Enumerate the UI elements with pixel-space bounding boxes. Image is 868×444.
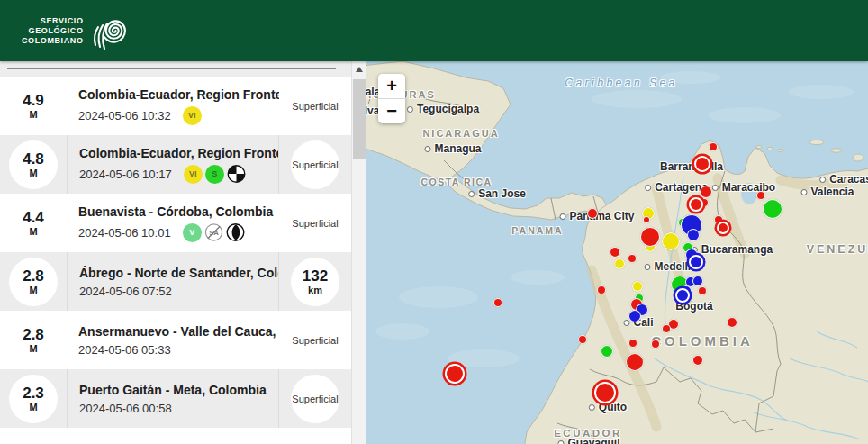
- quake-dot-red[interactable]: [610, 247, 620, 258]
- list-scrollbar[interactable]: [351, 61, 366, 444]
- quake-subline: 2024-05-06 10:32VI: [78, 106, 279, 125]
- depth-cell: Superficial: [279, 375, 351, 423]
- quake-row-partial[interactable]: [0, 428, 351, 444]
- magnitude-value: 4.9: [23, 93, 44, 109]
- depth-cell: 132km: [279, 258, 351, 306]
- quake-dot-blue-ring[interactable]: [675, 288, 690, 303]
- magnitude-circle: 2.3M: [9, 375, 58, 423]
- quake-dot-blue[interactable]: [687, 229, 700, 241]
- quake-dot-red[interactable]: [727, 317, 737, 328]
- quake-row[interactable]: 4.4MBuenavista - Córdoba, Colombia2024-0…: [0, 194, 351, 252]
- quake-dot-red[interactable]: [626, 353, 644, 371]
- quake-datetime: 2024-05-06 05:33: [78, 343, 171, 357]
- quake-subline: 2024-05-06 00:58: [79, 402, 278, 415]
- scrollbar-up-button[interactable]: [352, 61, 366, 77]
- quake-dot-red[interactable]: [628, 339, 637, 348]
- quake-info: Ábrego - Norte de Santander, Colo...2024…: [67, 252, 279, 311]
- magnitude-circle: 4.4M: [9, 199, 58, 248]
- quake-dot-red[interactable]: [643, 216, 650, 223]
- depth-circle: 132km: [291, 258, 339, 306]
- quake-info: Puerto Gaitán - Meta, Colombia2024-05-06…: [67, 369, 279, 428]
- quake-subline: 2024-05-06 07:52: [79, 285, 278, 298]
- magnitude-value: 2.8: [23, 327, 44, 343]
- quake-dot-red[interactable]: [698, 286, 707, 295]
- quake-subline: 2024-05-06 10:01VSA: [78, 223, 279, 242]
- quake-dot-red[interactable]: [628, 254, 637, 263]
- sgc-logo[interactable]: SERVICIO GEOLÓGICO COLOMBIANO: [22, 9, 135, 52]
- magnitude-cell: 2.8M: [0, 316, 67, 365]
- quake-dot-red[interactable]: [662, 324, 671, 333]
- quake-dot-green[interactable]: [763, 199, 782, 219]
- quake-dot-red-ring[interactable]: [694, 156, 710, 172]
- quake-row[interactable]: 4.9MColombia-Ecuador, Region Fronteriza2…: [0, 77, 351, 135]
- magnitude-cell: 4.8M: [0, 140, 67, 189]
- quake-dot-red-ring[interactable]: [594, 382, 616, 403]
- depth-circle: Superficial: [291, 375, 339, 423]
- quake-dot-red[interactable]: [587, 208, 598, 219]
- quake-datetime: 2024-05-06 10:32: [78, 109, 171, 122]
- magnitude-cell: 2.8M: [0, 258, 67, 306]
- depth-circle: Superficial: [291, 316, 339, 365]
- quake-row[interactable]: 2.3MPuerto Gaitán - Meta, Colombia2024-0…: [0, 369, 351, 428]
- quake-dot-red[interactable]: [700, 186, 712, 198]
- magnitude-circle: 4.9M: [9, 82, 58, 131]
- quake-dot-yellow[interactable]: [662, 232, 680, 250]
- quake-dot-red[interactable]: [709, 142, 718, 151]
- quake-dot-yellow[interactable]: [632, 281, 643, 292]
- earthquake-list-panel: 4.9MColombia-Ecuador, Region Fronteriza2…: [0, 61, 351, 444]
- quake-datetime: 2024-05-06 10:01: [78, 226, 171, 240]
- map-zoom-control: + −: [378, 74, 405, 123]
- quake-title: Ábrego - Norte de Santander, Colo...: [79, 266, 278, 280]
- magnitude-unit: M: [29, 285, 37, 295]
- quake-dot-red-ring[interactable]: [445, 364, 465, 384]
- quake-dot-red[interactable]: [651, 340, 660, 349]
- app-window: SERVICIO GEOLÓGICO COLOMBIANO 4.9MColomb…: [0, 0, 868, 444]
- quake-dot-red[interactable]: [597, 285, 606, 294]
- magnitude-unit: M: [29, 402, 37, 412]
- magnitude-unit: M: [29, 109, 37, 120]
- badge-s: S: [205, 165, 224, 184]
- quake-row[interactable]: 2.8MAnsermanuevo - Valle del Cauca, C...…: [0, 311, 351, 369]
- map-canvas[interactable]: Caribbean SeaHONDURASNICARAGUACOSTA RICA…: [366, 61, 868, 444]
- quake-row[interactable]: 4.8MColombia-Ecuador, Region Fronteriza2…: [0, 135, 351, 194]
- quake-dot-red[interactable]: [493, 298, 502, 307]
- quake-dot-red[interactable]: [640, 227, 660, 247]
- quake-info: Buenavista - Córdoba, Colombia2024-05-06…: [67, 194, 279, 252]
- magnitude-circle: 2.8M: [9, 258, 58, 306]
- magnitude-value: 2.3: [23, 385, 44, 402]
- up-arrow-icon: [356, 67, 363, 72]
- quake-dot-red[interactable]: [578, 335, 587, 344]
- quake-dot-blue[interactable]: [628, 310, 641, 322]
- scrollbar-thumb[interactable]: [353, 79, 366, 159]
- depth-label: Superficial: [292, 394, 338, 404]
- quake-dot-red[interactable]: [692, 355, 703, 366]
- quake-title: Puerto Gaitán - Meta, Colombia: [79, 383, 278, 397]
- quake-datetime: 2024-05-06 07:52: [79, 285, 172, 298]
- quake-dot-red[interactable]: [756, 191, 765, 200]
- sgc-spiral-icon: [90, 9, 135, 52]
- quake-info: Ansermanuevo - Valle del Cauca, C...2024…: [67, 311, 279, 369]
- depth-circle: Superficial: [291, 82, 339, 131]
- magnitude-cell: 4.4M: [0, 199, 67, 248]
- depth-label: Superficial: [292, 335, 338, 346]
- quake-title: Colombia-Ecuador, Region Fronteriza: [78, 87, 279, 102]
- divider: [7, 68, 336, 69]
- quake-badges: VIS: [184, 165, 246, 184]
- zoom-in-button[interactable]: +: [378, 74, 405, 98]
- sgc-logo-text: SERVICIO GEOLÓGICO COLOMBIANO: [22, 16, 84, 46]
- quake-dot-yellow[interactable]: [614, 258, 625, 269]
- quake-dot-blue[interactable]: [692, 276, 703, 286]
- depth-cell: Superficial: [279, 199, 351, 248]
- quake-dot-green[interactable]: [601, 345, 613, 358]
- quake-title: Colombia-Ecuador, Region Fronteriza: [79, 146, 278, 160]
- depth-cell: Superficial: [279, 316, 351, 365]
- quake-info: Colombia-Ecuador, Region Fronteriza2024-…: [67, 77, 279, 135]
- quake-title: Ansermanuevo - Valle del Cauca, C...: [78, 324, 279, 339]
- quake-dot-blue-ring[interactable]: [689, 255, 703, 269]
- quake-badges: VSA: [183, 223, 245, 242]
- quake-row[interactable]: 2.8MÁbrego - Norte de Santander, Colo...…: [0, 252, 351, 311]
- logo-line-1: SERVICIO: [22, 16, 84, 26]
- zoom-out-button[interactable]: −: [378, 99, 405, 123]
- quake-dot-red-ring[interactable]: [717, 222, 729, 234]
- quake-dot-red-ring[interactable]: [689, 197, 703, 212]
